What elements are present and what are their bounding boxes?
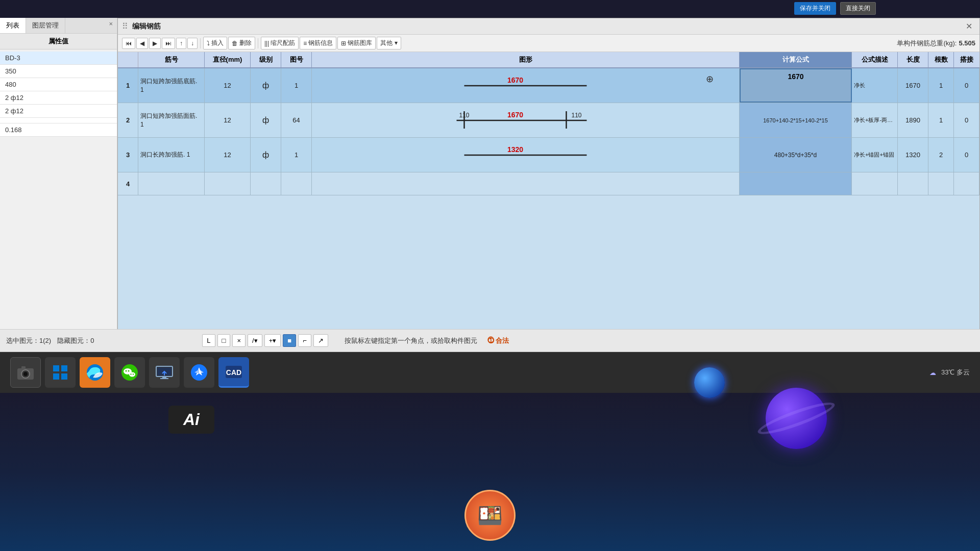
grade-symbol: ф xyxy=(262,116,269,125)
cell-formula[interactable]: 1670+140-2*15+140-2*15 xyxy=(740,103,852,137)
feishu-svg xyxy=(189,362,209,383)
sidebar-title: 属性值 xyxy=(0,34,117,49)
edge-browser-icon[interactable] xyxy=(80,357,110,388)
insert-button[interactable]: ⤵ 插入 xyxy=(203,37,227,49)
weight-label: 单构件钢筋总重(kg): xyxy=(897,39,957,48)
cell-empty xyxy=(205,172,251,195)
col-header-count: 根数 xyxy=(928,52,954,67)
panel-close-button[interactable]: ✕ xyxy=(963,20,975,32)
cell-empty xyxy=(740,172,852,195)
cell-arrange: 0 xyxy=(954,138,979,172)
move-down-button[interactable]: ↓ xyxy=(187,38,198,49)
other-button[interactable]: 其他 ▾ xyxy=(377,37,401,49)
list-item: 2 ф12 xyxy=(0,91,117,105)
insert-icon: ⤵ xyxy=(207,40,210,47)
tool-arrow[interactable]: ↗ xyxy=(313,334,328,347)
cell-row-num: 1 xyxy=(118,68,138,103)
weight-info: 单构件钢筋总重(kg): 5.505 xyxy=(897,39,975,48)
table-row-empty[interactable]: 4 xyxy=(118,172,979,195)
col-header-arrange: 搭接 xyxy=(954,52,979,67)
left-sidebar: 列表 图层管理 × 属性值 BD-3 350 480 2 ф12 2 ф12 0… xyxy=(0,18,117,337)
info-icon: ≡ xyxy=(303,40,307,47)
delete-button[interactable]: 🗑 删除 xyxy=(228,37,255,49)
list-item: 350 xyxy=(0,65,117,78)
selected-elements: 选中图元：1(2) xyxy=(6,336,51,345)
tool-cross[interactable]: × xyxy=(232,334,246,347)
last-record-button[interactable]: ⏭ xyxy=(162,38,175,49)
next-icon: ▶ xyxy=(153,40,157,47)
cell-diameter[interactable]: 12 xyxy=(205,138,251,172)
hidden-elements: 隐藏图元：0 xyxy=(57,336,94,345)
shape-drawing-3: 1320 xyxy=(315,141,736,169)
list-item: 480 xyxy=(0,78,117,91)
prev-record-button[interactable]: ◀ xyxy=(136,38,148,49)
cell-bar-name[interactable]: 洞口长跨加强筋. 1 xyxy=(138,138,205,172)
tool-rect[interactable]: □ xyxy=(217,334,231,347)
table-row[interactable]: 2 洞口短跨加强筋面筋. 1 12 ф 64 110 1670 110 xyxy=(118,103,979,138)
rebar-library-button[interactable]: ⊞ 钢筋图库 xyxy=(337,37,376,49)
scale-icon: ||| xyxy=(264,40,269,47)
rebar-panel: ⠿ 编辑钢筋 ✕ ⏮ ◀ ▶ ⏭ ↑ ↓ ⤵ 插入 🗑 删除 ||| 缩尺配筋 … xyxy=(117,18,980,337)
cell-num-empty: 4 xyxy=(118,172,138,195)
cell-bar-name[interactable]: 洞口短跨加强筋底筋. 1 xyxy=(138,68,205,103)
svg-rect-31 xyxy=(162,377,166,378)
library-icon: ⊞ xyxy=(341,40,346,47)
tool-slash[interactable]: /▾ xyxy=(248,334,262,347)
cell-shape[interactable]: 110 1670 110 xyxy=(312,103,740,137)
cell-formula-selected[interactable]: 1670 xyxy=(740,68,852,103)
camera-svg xyxy=(15,362,36,383)
cell-empty xyxy=(312,172,740,195)
windows-icon[interactable] xyxy=(45,357,76,388)
scale-config-button[interactable]: ||| 缩尺配筋 xyxy=(261,37,299,49)
move-up-button[interactable]: ↑ xyxy=(176,38,186,49)
direct-close-button[interactable]: 直接关闭 xyxy=(840,2,876,15)
cell-grade[interactable]: ф xyxy=(251,138,281,172)
cell-shape[interactable]: ⊕ 1670 xyxy=(312,68,740,103)
feishu-icon[interactable] xyxy=(184,357,214,388)
tool-filled-rect[interactable]: ■ xyxy=(283,334,296,347)
planet-icon xyxy=(766,388,827,449)
save-close-button[interactable]: 保存并关闭 xyxy=(794,2,836,15)
ai-desktop-icon[interactable]: Ai xyxy=(168,406,214,434)
next-record-button[interactable]: ▶ xyxy=(149,38,161,49)
cell-diameter[interactable]: 12 xyxy=(205,68,251,103)
tab-layer-manager[interactable]: 图层管理 xyxy=(26,18,65,33)
svg-point-28 xyxy=(133,373,134,374)
tool-plus[interactable]: +▾ xyxy=(264,334,281,347)
desktop-food-icon[interactable]: 🍱 xyxy=(464,490,516,541)
cell-bar-name[interactable]: 洞口短跨加强筋面筋. 1 xyxy=(138,103,205,137)
camera-icon[interactable] xyxy=(10,357,41,388)
cell-diagram-num[interactable]: 1 xyxy=(281,138,312,172)
cell-grade[interactable]: ф xyxy=(251,68,281,103)
cell-diagram-num[interactable]: 1 xyxy=(281,68,312,103)
grade-symbol: ф xyxy=(262,151,269,160)
tool-corner[interactable]: ⌐ xyxy=(298,334,311,347)
sidebar-tabs: 列表 图层管理 × xyxy=(0,18,117,34)
wechat-icon[interactable] xyxy=(114,357,145,388)
cell-formula-desc: 净长 xyxy=(852,68,898,103)
screen-share-icon[interactable] xyxy=(149,357,180,388)
tab-list[interactable]: 列表 xyxy=(0,18,26,33)
tool-l[interactable]: L xyxy=(202,334,215,347)
table-container[interactable]: 1 洞口短跨加强筋底筋. 1 12 ф 1 ⊕ 1670 1670 净长 167… xyxy=(118,68,979,336)
cell-diagram-num[interactable]: 64 xyxy=(281,103,312,137)
cell-empty xyxy=(954,172,979,195)
cell-shape[interactable]: 1320 xyxy=(312,138,740,172)
svg-rect-16 xyxy=(21,366,26,369)
table-row[interactable]: 1 洞口短跨加强筋底筋. 1 12 ф 1 ⊕ 1670 1670 净长 167… xyxy=(118,68,979,103)
desktop-area: 🍱 Ai xyxy=(0,393,980,551)
list-item[interactable]: BD-3 xyxy=(0,52,117,65)
cell-formula-desc: 净长+板厚-两… xyxy=(852,103,898,137)
rebar-info-button[interactable]: ≡ 钢筋信息 xyxy=(300,37,336,49)
cell-formula-desc: 净长+锚固+锚固 xyxy=(852,138,898,172)
table-row[interactable]: 3 洞口长跨加强筋. 1 12 ф 1 1320 480+35*d+35*d 净… xyxy=(118,138,979,172)
sidebar-close-button[interactable]: × xyxy=(105,18,117,33)
cell-arrange: 0 xyxy=(954,68,979,103)
cell-count: 2 xyxy=(928,138,954,172)
first-record-button[interactable]: ⏮ xyxy=(122,38,135,49)
cad-software-icon[interactable]: CAD xyxy=(218,357,249,388)
cell-formula[interactable]: 480+35*d+35*d xyxy=(740,138,852,172)
cell-grade[interactable]: ф xyxy=(251,103,281,137)
cell-diameter[interactable]: 12 xyxy=(205,103,251,137)
cell-arrange: 0 xyxy=(954,103,979,137)
